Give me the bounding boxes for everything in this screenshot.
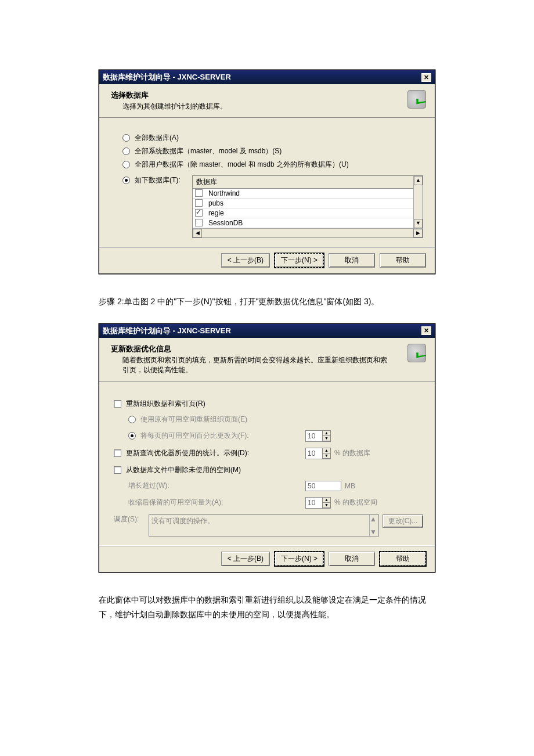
database-icon <box>407 344 426 362</box>
tail-description: 在此窗体中可以对数据库中的数据和索引重新进行组织,以及能够设定在满足一定条件的情… <box>99 593 435 622</box>
radio-all-databases[interactable]: 全部数据库(A) <box>122 133 423 143</box>
button-bar: < 上一步(B) 下一步(N) > 取消 帮助 <box>99 545 435 572</box>
dialog2-header-title: 更新数据优化信息 <box>111 344 389 354</box>
back-button[interactable]: < 上一步(B) <box>221 552 270 566</box>
checkbox-reorganize[interactable]: 重新组织数据和索引页(R) <box>114 399 305 409</box>
list-item[interactable]: regie <box>193 208 413 218</box>
database-icon <box>407 90 426 109</box>
column-header-database: 数据库 <box>193 176 413 189</box>
scroll-up-icon[interactable]: ▲ <box>414 176 423 185</box>
dialog2-header-sub: 随着数据页和索引页的填充，更新所需的时间会变得越来越长。应重新组织数据页和索引页… <box>122 355 389 375</box>
dialog2-header: 更新数据优化信息 随着数据页和索引页的填充，更新所需的时间会变得越来越长。应重新… <box>99 338 435 381</box>
checkbox-remove-unused[interactable]: 从数据库文件中删除未使用的空间(M) <box>114 465 305 475</box>
schedule-label: 调度(S): <box>114 514 149 524</box>
scroll-down-icon[interactable]: ▼ <box>414 219 423 228</box>
scroll-left-icon[interactable]: ◀ <box>193 229 202 237</box>
retain-label: 收缩后保留的可用空间量为(A): <box>128 498 223 507</box>
cancel-button[interactable]: 取消 <box>329 552 375 566</box>
grow-unit: MB <box>345 482 355 490</box>
close-icon[interactable]: ✕ <box>421 73 431 82</box>
button-bar: < 上一步(B) 下一步(N) > 取消 帮助 <box>99 247 435 273</box>
back-button[interactable]: < 上一步(B) <box>221 253 270 268</box>
grow-size-input[interactable] <box>305 481 341 491</box>
cancel-button[interactable]: 取消 <box>329 253 375 268</box>
retain-unit: % 的数据空间 <box>334 498 377 507</box>
radio-reorg-original[interactable]: 使用原有可用空间重新组织页面(E) <box>114 415 305 424</box>
dialog1-header-sub: 选择为其创建维护计划的数据库。 <box>122 102 227 111</box>
list-item[interactable]: Northwind <box>193 189 413 199</box>
step-description: 步骤 2:单击图 2 中的"下一步(N)"按钮，打开"更新数据优化信息"窗体(如… <box>99 294 435 309</box>
schedule-textarea[interactable]: 没有可调度的操作。 ▲ ▼ <box>149 514 379 537</box>
next-button[interactable]: 下一步(N) > <box>275 253 324 268</box>
dialog1-title: 数据库维护计划向导 - JXNC-SERVER <box>103 72 231 82</box>
dialog1-header: 选择数据库 选择为其创建维护计划的数据库。 <box>99 84 435 118</box>
dialog-update-optimization: 数据库维护计划向导 - JXNC-SERVER ✕ 更新数据优化信息 随着数据页… <box>99 323 435 573</box>
next-button[interactable]: 下一步(N) > <box>275 552 324 566</box>
database-list[interactable]: 数据库 ▲ Northwind pubs regie <box>192 175 423 238</box>
change-button[interactable]: 更改(C)... <box>383 514 423 528</box>
help-button[interactable]: 帮助 <box>380 552 426 566</box>
radio-these-databases[interactable]: 如下数据库(T): <box>122 175 192 185</box>
list-item[interactable]: pubs <box>193 199 413 208</box>
scroll-down-icon[interactable]: ▼ <box>370 528 378 536</box>
radio-reorg-percent[interactable]: 将每页的可用空间百分比更改为(F): <box>114 431 305 441</box>
scroll-up-icon[interactable]: ▲ <box>370 515 378 523</box>
stats-unit: % 的数据库 <box>334 448 370 458</box>
titlebar: 数据库维护计划向导 - JXNC-SERVER ✕ <box>99 324 435 338</box>
close-icon[interactable]: ✕ <box>421 326 431 335</box>
list-item[interactable]: SessionDB <box>193 218 413 228</box>
dialog-select-database: 数据库维护计划向导 - JXNC-SERVER ✕ 选择数据库 选择为其创建维护… <box>99 70 435 274</box>
radio-user-databases[interactable]: 全部用户数据库（除 master、model 和 msdb 之外的所有数据库）(… <box>122 160 423 170</box>
checkbox-update-stats[interactable]: 更新查询优化器所使用的统计。示例(D): <box>114 448 305 458</box>
titlebar: 数据库维护计划向导 - JXNC-SERVER ✕ <box>99 70 435 84</box>
retain-percent-spinner[interactable]: ▲▼ <box>305 497 331 509</box>
grow-label: 增长超过(W): <box>128 481 169 491</box>
help-button[interactable]: 帮助 <box>380 253 426 268</box>
dialog2-title: 数据库维护计划向导 - JXNC-SERVER <box>103 326 231 336</box>
dialog1-header-title: 选择数据库 <box>111 90 227 100</box>
stats-sample-spinner[interactable]: ▲▼ <box>305 448 331 459</box>
scroll-right-icon[interactable]: ▶ <box>413 229 423 237</box>
freespace-percent-spinner[interactable]: ▲▼ <box>305 430 331 442</box>
radio-system-databases[interactable]: 全部系统数据库（master、model 及 msdb）(S) <box>122 146 423 156</box>
